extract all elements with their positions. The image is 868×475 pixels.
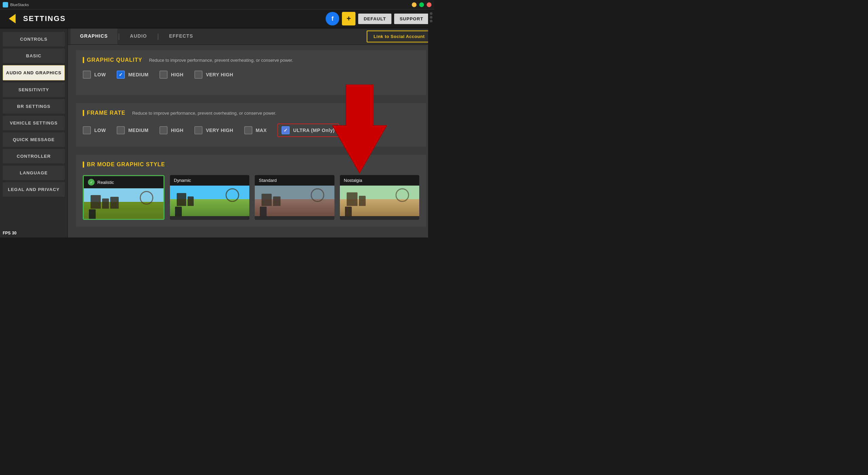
fr-option-very-high[interactable]: VERY HIGH [194, 126, 233, 134]
social-link-button[interactable]: Link to Social Account [367, 31, 431, 42]
option-high-label: HIGH [171, 72, 184, 77]
header-bar: SETTINGS f + DEFAULT SUPPORT [0, 10, 434, 28]
br-mode-title-bar [83, 162, 84, 168]
checkbox-low[interactable] [83, 71, 91, 79]
fr-option-medium[interactable]: MEDIUM [117, 126, 149, 134]
tab-audio[interactable]: AUDIO [120, 28, 156, 44]
standard-ferris-icon [311, 188, 324, 202]
fr-option-max-label: MAX [256, 128, 267, 133]
sidebar-item-language[interactable]: LANGUAGE [3, 166, 65, 180]
header-actions: f + DEFAULT SUPPORT [326, 12, 429, 25]
nostalgia-label: Nostalgia [344, 178, 362, 183]
sidebar-item-sensitivity[interactable]: SENSITIVITY [3, 82, 65, 97]
nostalgia-image [340, 186, 420, 216]
app-logo: BlueStacks [3, 2, 29, 7]
ferris-wheel-icon [140, 191, 153, 205]
style-cards: ✓ Realistic [83, 175, 419, 220]
sidebar-item-vehicle-settings[interactable]: VEHICLE SETTINGS [3, 116, 65, 130]
br-mode-title: BR MODE GRAPHIC STYLE [87, 162, 165, 168]
fr-option-high[interactable]: HIGH [159, 126, 184, 134]
app-container: SETTINGS f + DEFAULT SUPPORT CONTROLS BA… [0, 10, 434, 238]
sidebar-item-controller[interactable]: CONTROLLER [3, 149, 65, 164]
fr-checkbox-max[interactable] [244, 126, 252, 134]
fr-checkbox-medium[interactable] [117, 126, 125, 134]
realistic-image [84, 188, 163, 219]
fr-option-low-label: LOW [94, 128, 106, 133]
graphic-quality-title: GRAPHIC QUALITY [87, 57, 142, 63]
fr-option-medium-label: MEDIUM [128, 128, 149, 133]
standard-image [255, 186, 334, 216]
back-arrow-icon [9, 14, 16, 23]
frame-rate-section: FRAME RATE Reduce to improve performance… [76, 103, 426, 147]
fr-option-ultra[interactable]: ✓ ULTRA (MP Only) [277, 124, 339, 137]
style-card-realistic[interactable]: ✓ Realistic [83, 175, 165, 220]
nostalgia-buildings [347, 192, 366, 206]
fr-checkbox-ultra[interactable]: ✓ [282, 126, 290, 134]
br-mode-title-row: BR MODE GRAPHIC STYLE [83, 162, 419, 168]
frame-rate-title: FRAME RATE [87, 110, 126, 116]
sidebar-item-audio-graphics[interactable]: AUDIO AND GRAPHICS [3, 65, 65, 80]
checkbox-high[interactable] [159, 71, 168, 79]
option-low[interactable]: LOW [83, 71, 106, 79]
frame-rate-title-bar [83, 110, 84, 116]
sidebar-item-basic[interactable]: BASIC [3, 49, 65, 63]
graphic-quality-title-row: GRAPHIC QUALITY Reduce to improve perfor… [83, 57, 419, 63]
fr-checkbox-high[interactable] [159, 126, 168, 134]
main-panel: GRAPHICS | AUDIO | EFFECTS Link to Socia… [68, 28, 434, 238]
option-high[interactable]: HIGH [159, 71, 184, 79]
settings-content: GRAPHIC QUALITY Reduce to improve perfor… [68, 45, 434, 238]
option-medium[interactable]: ✓ MEDIUM [117, 71, 149, 79]
style-card-nostalgia[interactable]: Nostalgia [340, 175, 420, 220]
plus-button[interactable]: + [342, 12, 355, 25]
back-button[interactable] [5, 12, 19, 25]
sidebar-item-legal-privacy[interactable]: LEGAL AND PRIVACY [3, 182, 65, 197]
frame-rate-title-row: FRAME RATE Reduce to improve performance… [83, 110, 419, 116]
style-card-standard[interactable]: Standard [255, 175, 334, 220]
edge-dot-3 [430, 20, 432, 22]
tab-bar: GRAPHICS | AUDIO | EFFECTS Link to Socia… [68, 28, 434, 45]
building-3 [110, 197, 119, 209]
style-card-dynamic[interactable]: Dynamic [170, 175, 250, 220]
minimize-button[interactable] [412, 2, 417, 7]
maximize-button[interactable] [419, 2, 424, 7]
tab-divider-2: | [156, 33, 159, 40]
dynamic-image [170, 186, 250, 216]
tab-effects[interactable]: EFFECTS [159, 28, 202, 44]
dynamic-label: Dynamic [174, 178, 191, 183]
ultra-check-icon: ✓ [284, 128, 288, 133]
fr-checkbox-very-high[interactable] [194, 126, 202, 134]
nostalgia-building-2 [359, 196, 366, 206]
fr-option-high-label: HIGH [171, 128, 184, 133]
checkbox-medium[interactable]: ✓ [117, 71, 125, 79]
sidebar-item-controls[interactable]: CONTROLS [3, 32, 65, 46]
dynamic-buildings [177, 193, 194, 206]
page-title: SETTINGS [23, 14, 322, 23]
fr-option-ultra-label: ULTRA (MP Only) [293, 128, 334, 133]
close-button[interactable] [427, 2, 431, 7]
standard-character [260, 207, 267, 216]
tab-divider-1: | [117, 33, 120, 40]
sidebar-item-br-settings[interactable]: BR SETTINGS [3, 99, 65, 114]
standard-building-1 [262, 194, 272, 206]
fr-checkbox-low[interactable] [83, 126, 91, 134]
fps-counter: FPS 30 [3, 231, 17, 235]
content-area: CONTROLS BASIC AUDIO AND GRAPHICS SENSIT… [0, 28, 434, 238]
bluestacks-icon [3, 2, 8, 7]
graphic-quality-section: GRAPHIC QUALITY Reduce to improve perfor… [76, 50, 426, 95]
frame-rate-subtitle: Reduce to improve performance, prevent o… [128, 111, 276, 116]
realistic-check-icon: ✓ [88, 179, 95, 186]
checkbox-very-high[interactable] [194, 71, 202, 79]
default-button[interactable]: DEFAULT [358, 14, 391, 24]
facebook-button[interactable]: f [326, 12, 339, 25]
fr-option-low[interactable]: LOW [83, 126, 106, 134]
tab-graphics[interactable]: GRAPHICS [71, 28, 117, 44]
style-card-realistic-header: ✓ Realistic [84, 176, 163, 188]
graphic-quality-subtitle: Reduce to improve performance, prevent o… [145, 58, 293, 63]
standard-building-2 [273, 196, 281, 206]
app-name: BlueStacks [10, 3, 29, 7]
option-very-high[interactable]: VERY HIGH [194, 71, 233, 79]
sidebar-item-quick-message[interactable]: QUICK MESSAGE [3, 132, 65, 147]
fr-option-max[interactable]: MAX [244, 126, 267, 134]
buildings [91, 195, 119, 209]
support-button[interactable]: SUPPORT [394, 14, 429, 24]
